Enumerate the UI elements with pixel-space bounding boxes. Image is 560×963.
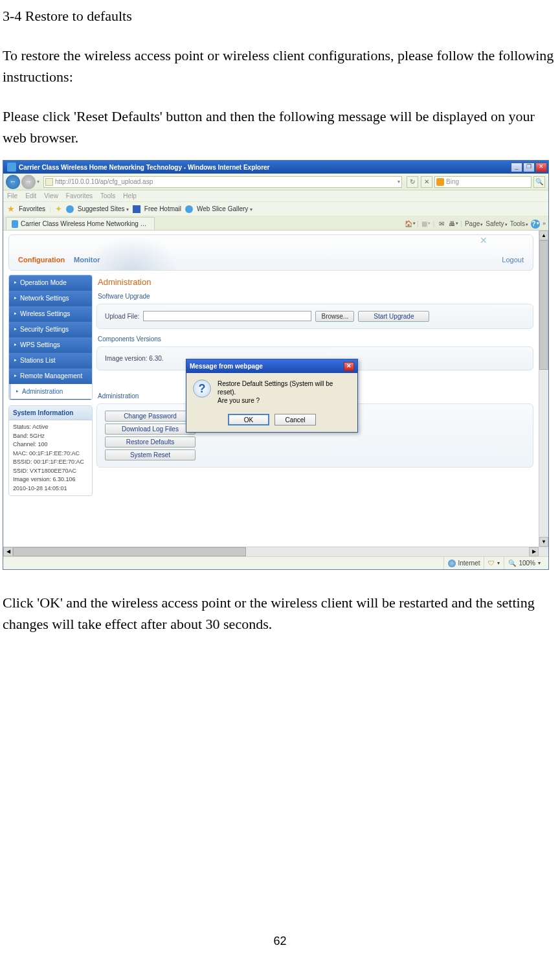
browse-button[interactable]: Browse... [315,311,354,322]
start-upgrade-button[interactable]: Start Upgrade [358,311,429,322]
page-tab[interactable]: Carrier Class Wireless Home Networking T… [6,217,155,230]
zone-label: Internet [458,558,480,568]
ie-icon [7,163,16,172]
logout-link[interactable]: Logout [502,255,524,266]
feeds-icon[interactable]: ▦ [421,220,431,229]
refresh-button[interactable]: ↻ [407,176,418,188]
forward-button[interactable]: → [21,175,36,189]
menu-view[interactable]: View [44,191,58,201]
page-menu[interactable]: Page [465,219,483,229]
nav-dropdown-icon[interactable]: ▾ [37,178,39,186]
sidebar-item-network-settings[interactable]: Network Settings [9,291,92,306]
scroll-left-icon[interactable]: ◀ [3,547,13,556]
vertical-scrollbar[interactable]: ▲ ▼ [539,231,548,547]
add-favorite-icon[interactable]: ✦ [55,203,62,216]
scroll-up-icon[interactable]: ▲ [539,231,548,240]
url-input[interactable] [55,178,398,185]
system-reset-button[interactable]: System Reset [105,449,196,460]
sidebar-item-wps-settings[interactable]: WPS Settings [9,337,92,353]
sidebar-item-operation-mode[interactable]: Operation Mode [9,275,92,291]
search-button[interactable]: 🔍 [533,176,545,188]
info-date: 2010-10-28 14:05:01 [13,484,88,493]
info-ssid: SSID: VXT1800EE70AC [13,467,88,476]
software-upgrade-label: Software Upgrade [98,291,533,301]
favorites-bar: ★ Favorites | ✦ Suggested Sites Free Hot… [3,202,548,216]
close-button[interactable]: ✕ [535,163,547,172]
msn-icon [133,205,140,213]
nav-toolbar: ← → ▾ ▾ ↻ ✕ Bing 🔍 [3,174,548,190]
zone-indicator: Internet [443,557,484,569]
restore-defaults-button[interactable]: Restore Defaults [105,436,196,448]
change-password-button[interactable]: Change Password [105,411,196,422]
address-bar[interactable]: ▾ [43,176,402,188]
search-box[interactable]: Bing [434,176,532,188]
page-title: Administration [98,276,533,289]
page-icon [45,178,53,186]
tab-title: Carrier Class Wireless Home Networking T… [21,219,149,229]
favorites-label[interactable]: Favorites [19,204,45,214]
stop-button[interactable]: ✕ [421,176,432,188]
ie-small-icon [66,205,74,213]
tab-configuration[interactable]: Configuration [18,255,65,266]
nav-menu: Operation Mode Network Settings Wireless… [8,275,93,400]
sidebar-item-administration[interactable]: Administration [9,384,92,400]
maximize-button[interactable]: ❐ [523,163,535,172]
status-bar: Internet 🛡 ▾ 🔍 100% ▾ [3,556,548,569]
info-channel: Channel: 100 [13,440,88,449]
menu-file[interactable]: File [7,191,17,201]
free-hotmail-link[interactable]: Free Hotmail [144,204,181,214]
follow-up-paragraph: Click 'OK' and the wireless access point… [3,592,555,635]
dialog-line1: Restore Default Settings (System will be… [218,380,351,396]
sidebar-item-stations-list[interactable]: Stations List [9,353,92,368]
ok-button[interactable]: OK [228,414,269,425]
menu-edit[interactable]: Edit [25,191,36,201]
help-icon[interactable]: ? [531,220,540,229]
intro-paragraph-2: Please click 'Reset Defaults' button and… [3,106,555,148]
scroll-down-icon[interactable]: ▼ [539,537,548,547]
cancel-button[interactable]: Cancel [274,414,316,425]
sidebar-item-remote-management[interactable]: Remote Management [9,368,92,384]
zoom-control[interactable]: 🔍 100% ▾ [504,557,544,569]
info-bssid: BSSID: 00:1F:1F:EE:70:AC [13,458,88,467]
web-slice-gallery-link[interactable]: Web Slice Gallery [197,204,252,214]
back-button[interactable]: ← [6,175,20,189]
globe-icon [448,560,456,567]
menu-favorites[interactable]: Favorites [66,191,93,201]
horizontal-scrollbar[interactable]: ◀ ▶ [3,547,548,556]
bing-icon [436,178,444,186]
download-log-files-button[interactable]: Download Log Files [105,424,196,435]
print-icon[interactable]: 🖶 [449,220,458,229]
system-info-title: System Information [9,406,92,420]
addr-dropdown-icon[interactable]: ▾ [398,178,400,186]
image-version-text: Image version: 6.30. [105,355,164,362]
sidebar-item-security-settings[interactable]: Security Settings [9,322,92,337]
menu-tools[interactable]: Tools [100,191,115,201]
minimize-button[interactable]: _ [511,163,522,172]
system-info-box: System Information Status: Active Band: … [8,405,93,496]
favorites-star-icon[interactable]: ★ [7,203,15,216]
components-versions-label: Components Versions [98,334,533,344]
browser-viewport: ✕ Configuration Monitor Logout Operation… [3,231,548,547]
header-x-icon: ✕ [480,234,487,247]
menu-help[interactable]: Help [123,191,137,201]
home-icon[interactable]: 🏠 [405,220,414,229]
upload-file-label: Upload File: [105,312,139,321]
dialog-close-button[interactable]: ✕ [344,362,354,371]
tools-menu[interactable]: Tools [510,219,528,229]
window-title: Carrier Class Wireless Home Networking T… [19,163,511,172]
upload-file-input[interactable] [143,311,311,321]
shield-icon: 🛡 [488,558,495,568]
scroll-thumb[interactable] [539,240,548,370]
sidebar-item-wireless-settings[interactable]: Wireless Settings [9,306,92,322]
router-header: ✕ Configuration Monitor Logout [8,234,533,271]
scroll-hthumb[interactable] [13,547,246,556]
info-band: Band: 5GHz [13,432,88,441]
suggested-sites-link[interactable]: Suggested Sites [78,204,129,214]
mail-icon[interactable]: ✉ [437,220,446,229]
header-graphic [87,235,177,271]
slice-icon [185,205,193,213]
info-image-version: Image version: 6.30.106 [13,475,88,484]
scroll-right-icon[interactable]: ▶ [529,547,539,556]
toolbar-chevron-icon[interactable]: » [543,220,546,229]
safety-menu[interactable]: Safety [486,219,507,229]
